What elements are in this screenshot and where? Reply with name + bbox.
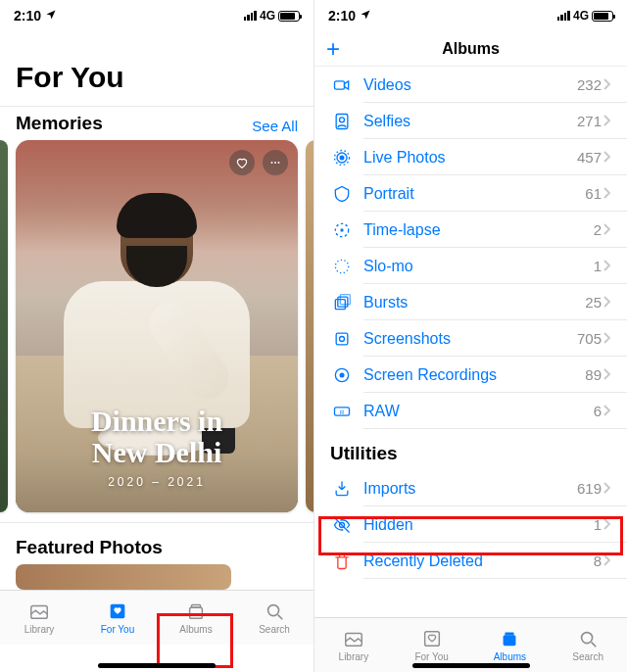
- video-icon: [330, 75, 354, 95]
- location-icon: [45, 8, 57, 24]
- utilities-header: Utilities: [314, 429, 627, 470]
- signal-icon: [557, 11, 570, 21]
- battery-icon: [278, 11, 300, 22]
- svg-line-8: [278, 615, 283, 620]
- album-row-bursts[interactable]: Bursts25: [314, 284, 627, 320]
- chevron-right-icon: [603, 149, 611, 167]
- album-row-count: 2: [594, 221, 602, 238]
- status-network: 4G: [573, 9, 589, 23]
- album-row-label: Recently Deleted: [363, 552, 594, 570]
- raw-icon: R: [330, 402, 354, 421]
- album-row-count: 8: [594, 552, 602, 569]
- screenrec-icon: [330, 365, 354, 385]
- chevron-right-icon: [603, 330, 611, 348]
- chevron-right-icon: [603, 76, 611, 94]
- album-row-live-photos[interactable]: Live Photos457: [314, 139, 627, 175]
- trash-icon: [330, 552, 354, 571]
- home-indicator[interactable]: [98, 663, 216, 668]
- album-row-label: Screen Recordings: [363, 366, 585, 384]
- svg-rect-21: [336, 333, 348, 345]
- album-row-portrait[interactable]: Portrait61: [314, 175, 627, 212]
- album-row-time-lapse[interactable]: Time-lapse2: [314, 212, 627, 248]
- signal-icon: [244, 11, 257, 21]
- album-row-screen-recordings[interactable]: Screen Recordings89: [314, 357, 627, 393]
- album-row-slo-mo[interactable]: Slo-mo1: [314, 248, 627, 284]
- featured-photos-row[interactable]: [0, 564, 314, 590]
- svg-point-32: [582, 633, 593, 644]
- svg-point-2: [278, 162, 280, 164]
- svg-rect-29: [424, 632, 439, 647]
- portrait-icon: [330, 184, 354, 204]
- album-row-label: Portrait: [363, 185, 585, 203]
- memory-card-next[interactable]: [306, 140, 314, 512]
- tab-bar: Library For You Albums Search: [0, 590, 314, 645]
- album-row-count: 1: [594, 258, 602, 274]
- chevron-right-icon: [603, 113, 611, 130]
- album-row-label: Time-lapse: [363, 221, 594, 239]
- status-time: 2:10: [14, 8, 41, 24]
- svg-point-16: [340, 228, 343, 231]
- memory-title-line2: New Delhi: [16, 437, 298, 468]
- phone-albums: 2:10 4G + Albums Videos232Selfies271Live…: [314, 0, 627, 672]
- tab-for-you[interactable]: For You: [78, 591, 157, 645]
- see-all-link[interactable]: See All: [252, 118, 298, 134]
- svg-rect-6: [191, 605, 200, 608]
- home-indicator[interactable]: [412, 663, 530, 668]
- album-row-label: Live Photos: [363, 149, 577, 167]
- page-title: For You: [0, 31, 314, 100]
- slomo-icon: [330, 257, 354, 276]
- album-row-raw[interactable]: RRAW6: [314, 393, 627, 429]
- album-row-count: 619: [577, 480, 602, 497]
- svg-rect-5: [190, 607, 203, 618]
- memory-title-line1: Dinners in: [16, 406, 298, 437]
- more-button[interactable]: [263, 150, 288, 175]
- chevron-right-icon: [603, 516, 611, 534]
- imports-icon: [330, 479, 354, 499]
- album-row-count: 271: [577, 113, 602, 129]
- status-bar: 2:10 4G: [0, 0, 314, 31]
- svg-text:R: R: [340, 408, 344, 414]
- battery-icon: [592, 11, 613, 22]
- chevron-right-icon: [603, 185, 611, 203]
- chevron-right-icon: [603, 552, 611, 570]
- selfie-icon: [330, 112, 354, 131]
- status-bar: 2:10 4G: [314, 0, 627, 31]
- album-row-screenshots[interactable]: Screenshots705: [314, 320, 627, 357]
- timelapse-icon: [330, 220, 354, 240]
- svg-point-12: [340, 155, 345, 160]
- tab-library[interactable]: Library: [0, 591, 78, 645]
- chevron-right-icon: [603, 480, 611, 498]
- svg-rect-9: [335, 80, 345, 88]
- memories-carousel[interactable]: Dinners in New Delhi 2020 – 2021: [0, 138, 314, 514]
- tab-search[interactable]: Search: [235, 591, 314, 645]
- memory-card-prev[interactable]: [0, 140, 8, 512]
- svg-point-17: [335, 260, 348, 272]
- svg-rect-31: [506, 633, 514, 636]
- favorite-button[interactable]: [229, 150, 255, 175]
- featured-photo[interactable]: [16, 564, 231, 590]
- tab-search[interactable]: Search: [549, 618, 627, 672]
- svg-rect-19: [338, 297, 348, 307]
- album-row-videos[interactable]: Videos232: [314, 67, 627, 103]
- tab-albums[interactable]: Albums: [157, 591, 235, 645]
- svg-point-1: [274, 162, 276, 164]
- tab-library[interactable]: Library: [314, 618, 393, 672]
- album-row-recently-deleted[interactable]: Recently Deleted8: [314, 543, 627, 579]
- album-row-count: 61: [585, 185, 602, 202]
- album-row-label: Screenshots: [363, 330, 577, 348]
- album-row-selfies[interactable]: Selfies271: [314, 103, 627, 139]
- memory-card[interactable]: Dinners in New Delhi 2020 – 2021: [16, 140, 298, 512]
- svg-point-24: [340, 372, 345, 377]
- albums-header: + Albums: [314, 31, 627, 67]
- album-row-hidden[interactable]: Hidden1: [314, 506, 627, 543]
- svg-point-0: [271, 162, 273, 164]
- album-row-imports[interactable]: Imports619: [314, 470, 627, 506]
- album-row-label: Hidden: [363, 516, 594, 534]
- svg-point-22: [340, 336, 345, 341]
- memories-header: Memories: [16, 113, 103, 134]
- location-icon: [360, 8, 371, 24]
- phone-for-you: 2:10 4G For You Memories See All: [0, 0, 314, 672]
- add-album-button[interactable]: +: [326, 37, 340, 61]
- svg-rect-30: [504, 635, 516, 646]
- screenshot-icon: [330, 329, 354, 349]
